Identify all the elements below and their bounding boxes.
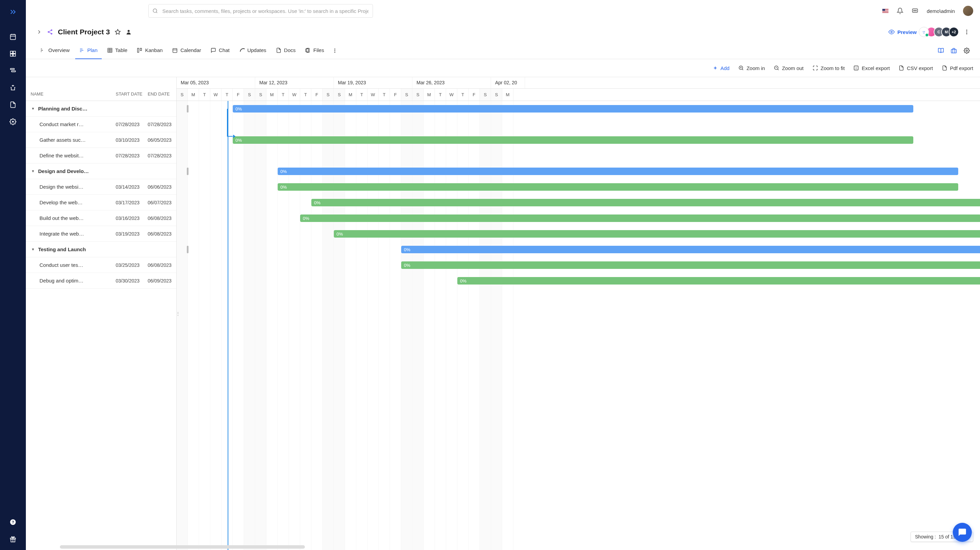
share-icon[interactable] [47,29,53,35]
add-label: Add [721,65,730,71]
task-row[interactable]: Design the websi…03/14/202306/06/2023 [26,179,176,195]
excel-export-button[interactable]: X Excel export [853,65,890,71]
gift-nav-icon[interactable] [9,535,17,543]
plugin-nav-icon[interactable] [9,84,17,92]
task-name: Develop the web… [26,200,116,205]
gantt-bar[interactable]: 0% [278,183,958,191]
day-cell: M [266,89,278,101]
task-row[interactable]: Integrate the web…03/19/202306/08/2023 [26,226,176,242]
gantt-bar[interactable]: 0% [233,136,913,144]
task-row[interactable]: ▼Testing and Launch [26,242,176,257]
day-cell: T [199,89,210,101]
gantt-bar[interactable]: 0% [311,199,980,206]
more-options-icon[interactable] [964,29,970,35]
gantt-bar[interactable]: 0% [278,168,958,175]
search-input[interactable] [148,4,373,18]
gear-icon[interactable] [964,48,970,54]
tab-updates[interactable]: Updates [235,42,270,59]
horizontal-scrollbar[interactable] [60,545,305,548]
csv-export-button[interactable]: CSV export [899,65,933,71]
tab-label: Calendar [180,47,201,53]
pdf-label: Pdf export [950,65,973,71]
svg-point-18 [914,10,914,11]
language-flag-icon[interactable] [882,9,888,13]
task-row[interactable]: Define the websit…07/28/202307/28/2023 [26,148,176,163]
tab-docs[interactable]: Docs [272,42,300,59]
svg-line-58 [742,69,743,70]
messages-icon[interactable] [912,8,918,14]
collapse-panel-icon[interactable] [36,29,42,35]
timeline[interactable]: Mar 05, 2023Mar 12, 2023Mar 19, 2023Mar … [177,77,980,550]
book-icon[interactable] [938,48,944,54]
zoom-out-label: Zoom out [782,65,803,71]
svg-rect-45 [137,48,139,52]
day-cell: W [210,89,221,101]
tab-overview[interactable]: Overview [36,42,74,59]
gantt-bar[interactable]: 0% [401,262,980,269]
task-name: Conduct market r… [26,121,116,127]
task-row[interactable]: ▼Planning and Disc… [26,101,176,117]
day-cell: S [334,89,345,101]
day-cell: S [412,89,424,101]
tab-table[interactable]: Table [103,42,132,59]
expand-triangle-icon[interactable]: ▼ [31,247,35,251]
task-row[interactable]: Conduct market r…07/28/202307/28/2023 [26,117,176,132]
expand-nav-icon[interactable] [9,8,17,16]
zoom-in-button[interactable]: Zoom in [738,65,765,71]
briefcase-icon[interactable] [951,48,957,54]
chat-float-button[interactable] [953,523,972,542]
splitter[interactable]: ⋮ [177,77,179,550]
avatar-stack[interactable]: C M +2 [921,27,959,37]
preview-button[interactable]: Preview [888,29,917,35]
zoom-out-button[interactable]: Zoom out [774,65,803,71]
task-row[interactable]: Develop the web…03/17/202306/07/2023 [26,195,176,211]
avatar-more: +2 [949,27,959,37]
task-row[interactable]: Conduct user tes…03/25/202306/08/2023 [26,257,176,273]
gantt-bar[interactable]: 0% [233,105,913,113]
day-cell: T [457,89,469,101]
tab-calendar[interactable]: Calendar [168,42,205,59]
tab-plan[interactable]: Plan [75,42,102,59]
notifications-icon[interactable] [897,8,904,14]
more-tabs-icon[interactable] [332,48,337,53]
day-cell: S [491,89,502,101]
svg-rect-50 [305,49,308,52]
expand-triangle-icon[interactable]: ▼ [31,107,35,111]
user-avatar[interactable] [963,6,973,16]
pdf-export-button[interactable]: Pdf export [942,65,973,71]
calendar-nav-icon[interactable] [9,33,17,41]
tab-chat[interactable]: Chat [207,42,234,59]
task-row[interactable]: Debug and optim…03/30/202306/09/2023 [26,273,176,288]
day-cell: T [435,89,446,101]
zoom-fit-button[interactable]: Zoom to fit [813,65,845,71]
tab-kanban[interactable]: Kanban [133,42,167,59]
task-name: Gather assets suc… [26,137,116,143]
week-cell: Mar 05, 2023 [177,77,255,89]
members-icon[interactable] [126,29,132,35]
settings-nav-icon[interactable] [9,117,17,126]
doc-nav-icon[interactable] [9,101,17,109]
tab-label: Table [115,47,127,53]
svg-rect-8 [11,68,14,69]
favorite-icon[interactable] [115,29,121,35]
tasks-nav-icon[interactable] [9,67,17,75]
task-name: Testing and Launch [35,246,116,252]
add-button[interactable]: Add [713,65,730,71]
gantt-bar[interactable]: 0% [457,277,980,285]
svg-rect-5 [13,51,16,54]
csv-label: CSV export [907,65,933,71]
gantt-bar[interactable]: 0% [300,214,980,222]
help-nav-icon[interactable]: ? [9,518,17,526]
gantt-bar[interactable]: 0% [334,230,980,238]
svg-point-21 [51,30,52,31]
gantt-bar[interactable]: 0% [401,246,980,253]
expand-triangle-icon[interactable]: ▼ [31,169,35,173]
svg-rect-54 [951,49,956,53]
dashboard-nav-icon[interactable] [9,50,17,58]
task-row[interactable]: Build out the web…03/16/202306/08/2023 [26,211,176,226]
svg-rect-9 [11,71,16,72]
task-row[interactable]: ▼Design and Develo… [26,163,176,179]
project-header: Client Project 3 Preview C M +2 [26,22,980,42]
tab-files[interactable]: Files [301,42,328,59]
task-row[interactable]: Gather assets suc…03/10/202306/05/2023 [26,132,176,148]
